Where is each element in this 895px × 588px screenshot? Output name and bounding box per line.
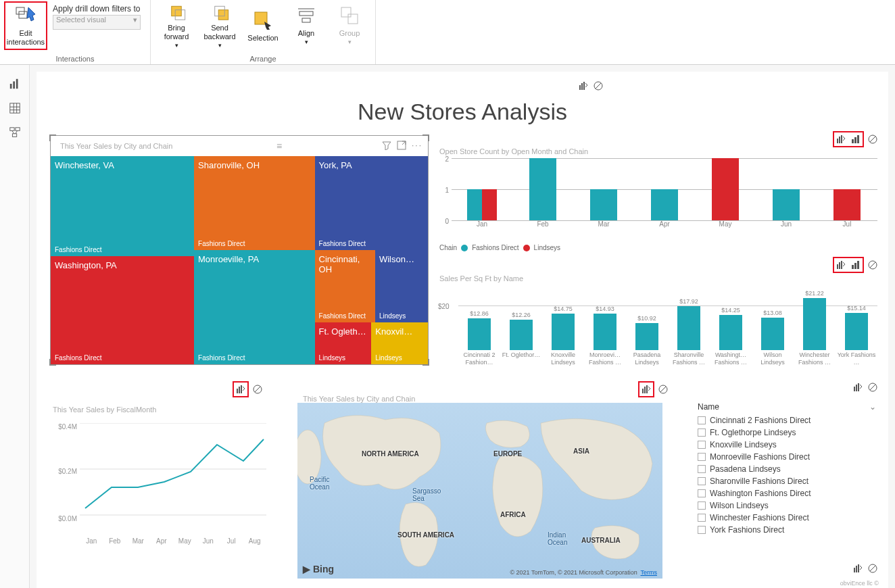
- drag-grip-icon[interactable]: ≡: [272, 141, 286, 151]
- checkbox[interactable]: [698, 489, 706, 497]
- filter-interaction-icon[interactable]: [235, 383, 247, 395]
- sqft-bar[interactable]: $15.14: [836, 305, 877, 350]
- treemap-tile[interactable]: Sharonville, OHFashions Direct: [194, 156, 315, 250]
- group-button[interactable]: Group▾: [328, 1, 371, 50]
- focus-mode-icon[interactable]: [397, 141, 406, 152]
- report-canvas[interactable]: New Stores Analysis This Year Sales by C…: [37, 72, 888, 588]
- sqft-bar[interactable]: $17.92: [668, 298, 710, 350]
- sqft-bar[interactable]: $12.86: [458, 310, 500, 350]
- none-interaction-icon[interactable]: [867, 259, 879, 271]
- sqft-bar[interactable]: $13.08: [752, 310, 794, 350]
- checkbox[interactable]: [698, 514, 706, 522]
- map-visual[interactable]: NORTH AMERICA SOUTH AMERICA EUROPE AFRIC…: [297, 403, 662, 579]
- linechart-visual[interactable]: This Year Sales by FiscalMonth $0.4M $0.…: [49, 403, 272, 552]
- none-interaction-icon[interactable]: [867, 381, 879, 393]
- openstore-visual[interactable]: Open Store Count by Open Month and Chain…: [435, 145, 881, 246]
- sqft-bar[interactable]: $14.93: [584, 305, 626, 350]
- slicer-visual[interactable]: Name ⌄ Cincinnati 2 Fashions DirectFt. O…: [692, 399, 881, 548]
- sqft-bar[interactable]: $12.26: [500, 312, 542, 350]
- treemap-visual[interactable]: This Year Sales by City and Chain ≡ ··· …: [50, 135, 429, 365]
- treemap-tile[interactable]: Washington, PAFashions Direct: [51, 256, 194, 364]
- none-interaction-icon[interactable]: [251, 383, 264, 395]
- slicer-item[interactable]: Winchester Fashions Direct: [692, 512, 881, 524]
- treemap-tile[interactable]: Wilson…Lindseys: [375, 250, 428, 323]
- slicer-item[interactable]: Washington Fashions Direct: [692, 487, 881, 499]
- bar[interactable]: [467, 189, 482, 220]
- attribution: obviEnce llc ©: [840, 580, 879, 587]
- slicer-item[interactable]: Ft. Oglethorpe Lindseys: [692, 426, 881, 439]
- nav-report-icon[interactable]: [3, 72, 27, 96]
- bring-forward-button[interactable]: Bring forward▾: [155, 1, 198, 50]
- align-button[interactable]: Align▾: [285, 1, 328, 50]
- checkbox[interactable]: [698, 428, 706, 437]
- sqft-bar[interactable]: $14.25: [710, 307, 752, 350]
- filter-interaction-icon[interactable]: [852, 562, 864, 574]
- selection-icon: [252, 9, 274, 31]
- treemap-tile[interactable]: Monroeville, PAFashions Direct: [194, 250, 315, 364]
- nav-model-icon[interactable]: [3, 120, 27, 145]
- edit-interactions-button[interactable]: Edit interactions: [4, 1, 47, 50]
- treemap-tile[interactable]: York, PAFashions Direct: [315, 156, 428, 250]
- checkbox[interactable]: [698, 453, 706, 461]
- resize-handle-tl[interactable]: [49, 134, 56, 141]
- nav-table-icon[interactable]: [3, 96, 27, 120]
- sqft-bar[interactable]: $21.22: [794, 290, 836, 350]
- apply-filters-select[interactable]: Selected visual ▾: [53, 15, 141, 30]
- none-interaction-icon[interactable]: [867, 562, 879, 574]
- slicer-item[interactable]: York Fashions Direct: [692, 524, 881, 536]
- selection-button[interactable]: Selection: [241, 1, 285, 50]
- highlight-interaction-icon[interactable]: [850, 259, 862, 271]
- filter-icon[interactable]: [382, 141, 391, 152]
- bar[interactable]: [712, 158, 739, 220]
- bar[interactable]: [773, 189, 800, 220]
- checkbox[interactable]: [698, 526, 706, 534]
- checkbox[interactable]: [698, 416, 706, 424]
- sqft-bar[interactable]: $14.75: [542, 305, 584, 350]
- bar[interactable]: [482, 189, 497, 220]
- treemap-body[interactable]: Winchester, VAFashions Direct Sharonvill…: [51, 156, 428, 364]
- filter-interaction-icon[interactable]: [835, 133, 847, 145]
- checkbox[interactable]: [698, 441, 706, 449]
- none-interaction-icon[interactable]: [867, 133, 879, 145]
- chevron-down-icon[interactable]: ⌄: [869, 402, 876, 412]
- bar[interactable]: [590, 189, 617, 220]
- filter-interaction-icon[interactable]: [852, 381, 864, 393]
- filter-interaction-icon[interactable]: [835, 259, 847, 271]
- sqft-visual[interactable]: Sales Per Sq Ft by Name $20 $12.86$12.26…: [435, 272, 881, 373]
- ribbon-group-arrange: Bring forward▾ Send backward▾ Selection …: [151, 0, 376, 64]
- checkbox[interactable]: [698, 501, 706, 510]
- slicer-item[interactable]: Cincinnati 2 Fashions Direct: [692, 414, 881, 426]
- slicer-item[interactable]: Pasadena Lindseys: [692, 463, 881, 475]
- none-interaction-icon[interactable]: [657, 383, 669, 395]
- slicer-item[interactable]: Knoxville Lindseys: [692, 439, 881, 451]
- checkbox[interactable]: [698, 477, 706, 485]
- svg-line-29: [596, 83, 601, 89]
- send-backward-button[interactable]: Send backward▾: [198, 1, 241, 50]
- treemap-tile[interactable]: Knoxvil…Lindseys: [371, 322, 428, 364]
- svg-rect-32: [839, 137, 840, 143]
- treemap-tile[interactable]: Winchester, VAFashions Direct: [51, 156, 194, 256]
- slicer-item[interactable]: Wilson Lindseys: [692, 499, 881, 512]
- map-terms-link[interactable]: Terms: [641, 569, 658, 576]
- map-copyright: © 2021 TomTom, © 2021 Microsoft Corporat…: [510, 569, 657, 576]
- checkbox[interactable]: [698, 465, 706, 473]
- svg-rect-12: [9, 84, 11, 89]
- more-options-icon[interactable]: ···: [412, 141, 422, 152]
- resize-handle-tr[interactable]: [422, 134, 429, 141]
- ribbon-group-interactions: Edit interactions Apply drill down filte…: [0, 0, 151, 64]
- bar[interactable]: [833, 189, 861, 220]
- slicer-item[interactable]: Sharonville Fashions Direct: [692, 475, 881, 487]
- none-interaction-icon[interactable]: [592, 80, 604, 92]
- treemap-tile[interactable]: Ft. Ogleth…Lindseys: [315, 322, 372, 364]
- slicer-item[interactable]: Monroeville Fashions Direct: [692, 451, 881, 463]
- treemap-tile[interactable]: Cincinnati, OHFashions Direct: [315, 250, 375, 323]
- filter-interaction-icon[interactable]: [640, 383, 652, 395]
- bar[interactable]: [651, 189, 678, 220]
- svg-rect-53: [644, 387, 646, 393]
- highlight-interaction-icon[interactable]: [850, 133, 862, 145]
- filter-interaction-icon[interactable]: [577, 80, 589, 92]
- svg-rect-10: [341, 7, 351, 17]
- bar[interactable]: [529, 158, 556, 220]
- openstore-title: Open Store Count by Open Month and Chain: [435, 145, 881, 158]
- sqft-bar[interactable]: $10.92: [626, 315, 668, 350]
